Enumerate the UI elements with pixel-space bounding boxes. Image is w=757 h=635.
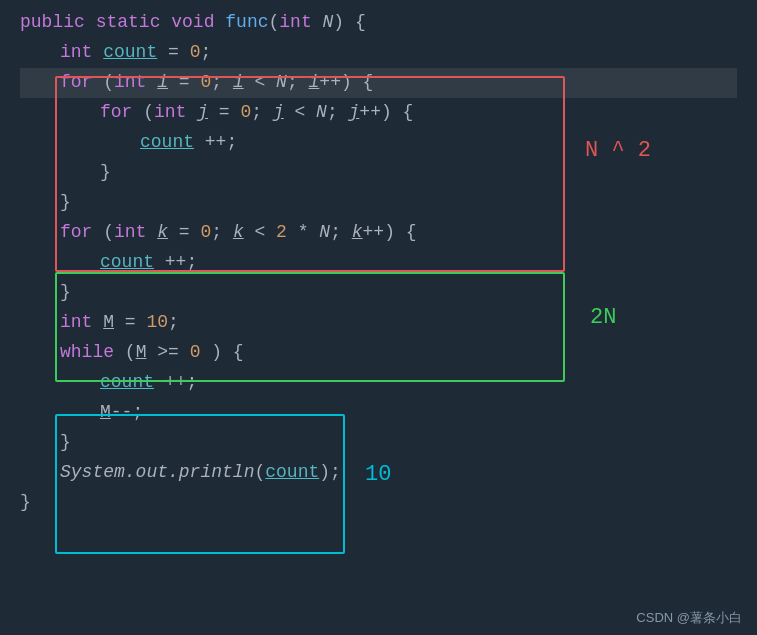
kw-int3: int	[114, 68, 146, 97]
code-line-10: }	[20, 278, 737, 308]
param-N: N	[323, 8, 334, 37]
watermark: CSDN @薯条小白	[636, 609, 742, 627]
count-var-2: count	[140, 128, 194, 157]
var-k3: k	[352, 218, 363, 247]
kw-for1: for	[60, 68, 92, 97]
count-var-5: count	[265, 458, 319, 487]
label-n2: N ^ 2	[585, 138, 651, 163]
var-k: k	[157, 218, 168, 247]
kw-for3: for	[60, 218, 92, 247]
code-line-13: count ++;	[20, 368, 737, 398]
kw-static: static	[96, 8, 161, 37]
code-line-4: for (int j = 0; j < N; j++) {	[20, 98, 737, 128]
var-i: i	[157, 68, 168, 97]
var-i3: i	[309, 68, 320, 97]
param-N4: N	[319, 218, 330, 247]
var-i2: i	[233, 68, 244, 97]
kw-int6: int	[60, 308, 92, 337]
count-var-1: count	[103, 38, 157, 67]
kw-int: int	[279, 8, 311, 37]
var-M3: M	[100, 398, 111, 427]
kw-while: while	[60, 338, 114, 367]
code-line-15: }	[20, 428, 737, 458]
kw-int2: int	[60, 38, 92, 67]
count-var-3: count	[100, 248, 154, 277]
var-M2: M	[136, 338, 147, 367]
kw-int4: int	[154, 98, 186, 127]
code-line-9: count ++;	[20, 248, 737, 278]
code-line-7: }	[20, 188, 737, 218]
func-name: func	[225, 8, 268, 37]
var-j2: j	[273, 98, 284, 127]
kw-int5: int	[114, 218, 146, 247]
code-line-2: int count = 0;	[20, 38, 737, 68]
count-var-4: count	[100, 368, 154, 397]
code-line-8: for (int k = 0; k < 2 * N; k++) {	[20, 218, 737, 248]
code-line-1: public static void func(int N) {	[20, 8, 737, 38]
var-M: M	[103, 308, 114, 337]
param-N3: N	[316, 98, 327, 127]
num-0: 0	[190, 38, 201, 67]
code-line-3: for (int i = 0; i < N; i++) {	[20, 68, 737, 98]
label-ten: 10	[365, 462, 391, 487]
param-N2: N	[276, 68, 287, 97]
kw-void: void	[171, 8, 214, 37]
num-0c: 0	[240, 98, 251, 127]
code-line-14: M--;	[20, 398, 737, 428]
code-area: public static void func(int N) { int cou…	[0, 0, 757, 528]
system-out: System.out.println	[60, 458, 254, 487]
num-0b: 0	[200, 68, 211, 97]
kw-public: public	[20, 8, 85, 37]
var-k2: k	[233, 218, 244, 247]
num-10: 10	[146, 308, 168, 337]
var-j3: j	[349, 98, 360, 127]
code-line-11: int M = 10;	[20, 308, 737, 338]
num-0d: 0	[200, 218, 211, 247]
label-2n: 2N	[590, 305, 616, 330]
num-0e: 0	[190, 338, 201, 367]
num-2: 2	[276, 218, 287, 247]
kw-for2: for	[100, 98, 132, 127]
code-line-17: }	[20, 488, 737, 518]
code-line-12: while (M >= 0 ) {	[20, 338, 737, 368]
var-j: j	[197, 98, 208, 127]
